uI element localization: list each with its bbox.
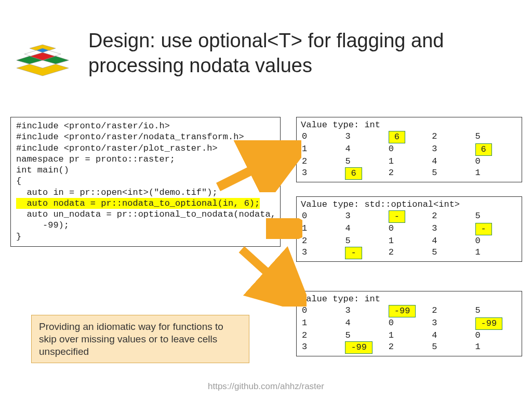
output-box-3: Value type: int 03-99251403-99251403-992… <box>296 291 522 356</box>
output-box-2: Value type: std::optional<int> 03-251403… <box>296 196 522 262</box>
cell: 5 <box>474 210 517 223</box>
code-line: { <box>16 176 275 187</box>
cell: 5 <box>344 156 387 167</box>
cell: 0 <box>301 305 344 317</box>
cell: 4 <box>344 317 387 330</box>
cell: -99 <box>388 305 431 317</box>
data-grid-2: 03-251403-251403-251 <box>301 210 517 259</box>
cell: 5 <box>344 235 387 247</box>
cell: 3 <box>344 131 387 143</box>
cell: 3 <box>344 210 387 223</box>
code-line: } <box>16 231 275 242</box>
cell: 6 <box>474 143 517 156</box>
code-line: auto in = pr::open<int>("demo.tif"); <box>16 187 275 198</box>
logo-icon <box>9 37 77 82</box>
cell: 1 <box>474 341 517 354</box>
cell: 2 <box>388 247 431 259</box>
cell: 5 <box>431 167 474 180</box>
footer-link: https://github.com/ahhz/raster <box>0 381 532 392</box>
cell: 4 <box>431 235 474 247</box>
cell: 2 <box>301 330 344 341</box>
callout-note: Providing an idiomatic way for functions… <box>31 315 249 363</box>
cell: - <box>388 210 431 223</box>
cell: 3 <box>301 167 344 180</box>
cell: 1 <box>301 143 344 156</box>
code-block: #include <pronto/raster/io.h> #include <… <box>10 117 281 247</box>
cell: 6 <box>388 131 431 143</box>
value-type-header: Value type: std::optional<int> <box>301 199 517 210</box>
cell: 1 <box>388 235 431 247</box>
cell: 0 <box>388 317 431 330</box>
cell: 3 <box>431 317 474 330</box>
cell: 5 <box>431 341 474 354</box>
cell: 3 <box>431 143 474 156</box>
cell: 1 <box>474 247 517 259</box>
cell: 4 <box>344 143 387 156</box>
cell: 2 <box>388 167 431 180</box>
cell: 1 <box>388 330 431 341</box>
cell: 4 <box>431 330 474 341</box>
data-grid-3: 03-99251403-99251403-99251 <box>301 305 517 354</box>
cell: 1 <box>301 223 344 235</box>
cell: 1 <box>301 317 344 330</box>
cell: 3 <box>301 247 344 259</box>
cell: 3 <box>431 223 474 235</box>
cell: 2 <box>431 305 474 317</box>
cell: 3 <box>344 305 387 317</box>
cell: 5 <box>431 247 474 259</box>
cell: 0 <box>301 131 344 143</box>
value-type-header: Value type: int <box>301 294 517 305</box>
svg-line-16 <box>242 249 296 299</box>
output-box-1: Value type: int 03625140362514036251 <box>296 117 522 182</box>
cell: 1 <box>474 167 517 180</box>
cell: 4 <box>344 223 387 235</box>
cell: 0 <box>301 210 344 223</box>
cell: 2 <box>301 156 344 167</box>
cell: 0 <box>388 223 431 235</box>
cell: - <box>474 223 517 235</box>
page-title: Design: use optional<T> for flagging and… <box>88 29 514 78</box>
cell: 2 <box>431 210 474 223</box>
cell: 6 <box>344 167 387 180</box>
arrow-icon <box>234 244 307 307</box>
code-line: #include <pronto/raster/nodata_transform… <box>16 131 275 142</box>
cell: 3 <box>301 341 344 354</box>
cell: - <box>344 247 387 259</box>
cell: 5 <box>344 330 387 341</box>
cell: 2 <box>301 235 344 247</box>
cell: 5 <box>474 305 517 317</box>
code-line: #include <pronto/raster/plot_raster.h> <box>16 143 275 154</box>
cell: 4 <box>431 156 474 167</box>
cell: 0 <box>474 156 517 167</box>
cell: 0 <box>474 235 517 247</box>
value-type-header: Value type: int <box>301 119 517 131</box>
cell: 0 <box>474 330 517 341</box>
cell: 1 <box>388 156 431 167</box>
cell: 5 <box>474 131 517 143</box>
cell: -99 <box>344 341 387 354</box>
code-line: auto un_nodata = pr::optional_to_nodata(… <box>16 209 275 220</box>
cell: -99 <box>474 317 517 330</box>
cell: 2 <box>431 131 474 143</box>
code-line: int main() <box>16 165 275 176</box>
cell: 2 <box>388 341 431 354</box>
data-grid-1: 03625140362514036251 <box>301 131 517 180</box>
cell: 0 <box>388 143 431 156</box>
code-line: #include <pronto/raster/io.h> <box>16 121 275 131</box>
code-line: -99); <box>16 220 275 231</box>
code-line-highlight: auto nodata = pr::nodata_to_optional(in,… <box>16 198 275 209</box>
code-line: namespace pr = pronto::raster; <box>16 154 275 165</box>
